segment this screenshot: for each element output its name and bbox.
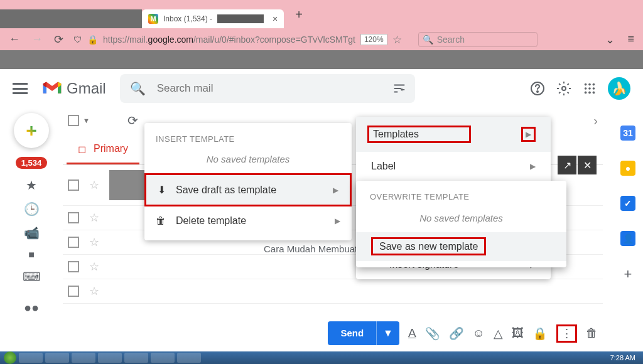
start-button[interactable] <box>4 351 16 364</box>
save-draft-as-template-item[interactable]: ⬇ Save draft as template ▶ <box>144 173 352 206</box>
star-icon[interactable]: ☆ <box>89 284 99 298</box>
snoozed-icon[interactable]: 🕒 <box>24 201 40 217</box>
older-icon[interactable]: › <box>593 114 598 128</box>
svg-point-4 <box>588 83 591 86</box>
url-text[interactable]: https://mail.google.com/mail/u/0/#inbox?… <box>103 35 355 45</box>
inbox-count-badge[interactable]: 1,534 <box>16 157 48 169</box>
tasks-addon-icon[interactable]: ✓ <box>620 196 635 211</box>
starred-icon[interactable]: ★ <box>26 178 37 193</box>
tab-close-icon[interactable]: × <box>273 14 278 24</box>
taskbar-item[interactable] <box>98 353 122 363</box>
gmail-logo-icon <box>41 80 63 97</box>
taskbar-item[interactable] <box>45 353 69 363</box>
mail-row[interactable]: ☆ <box>63 279 603 304</box>
attach-icon[interactable]: 📎 <box>425 326 440 341</box>
compose-close-icon[interactable]: ✕ <box>578 156 597 174</box>
compose-toolbar: Send ▼ A 📎 🔗 ☺ △ 🖼 🔒 ⋮ 🗑 <box>328 321 598 345</box>
tab-primary-label: Primary <box>94 143 128 155</box>
save-as-new-template-item[interactable]: Save as new template <box>356 232 566 261</box>
delete-template-item[interactable]: 🗑 Delete template ▶ <box>144 206 352 235</box>
send-button[interactable]: Send <box>328 321 376 345</box>
taskbar-item[interactable] <box>151 353 175 363</box>
taskbar-item[interactable] <box>177 353 201 363</box>
browser-tab-active[interactable]: M Inbox (1,534) - × <box>142 9 284 28</box>
send-options-dropdown[interactable]: ▼ <box>376 321 399 345</box>
compose-window-controls: ↗ ✕ <box>558 156 597 174</box>
delete-template-label: Delete template <box>176 215 246 227</box>
zoom-level[interactable]: 120% <box>360 34 387 45</box>
svg-point-8 <box>593 87 595 90</box>
support-icon[interactable] <box>530 81 545 96</box>
keep-addon-icon[interactable]: ● <box>620 161 635 176</box>
browser-tab-bar: M Inbox (1,534) - × + <box>0 0 643 29</box>
save-draft-label: Save draft as template <box>176 185 276 196</box>
get-addons-icon[interactable]: + <box>624 266 632 282</box>
calendar-addon-icon[interactable]: 31 <box>620 126 635 141</box>
format-icon[interactable]: A <box>408 326 416 340</box>
search-input[interactable] <box>157 82 405 95</box>
main-menu-icon[interactable] <box>13 83 28 94</box>
compose-button[interactable]: + <box>14 113 49 148</box>
emoji-icon[interactable]: ☺ <box>473 326 485 340</box>
taskbar-item[interactable] <box>124 353 148 363</box>
templates-label: Templates <box>367 126 471 143</box>
more-icon[interactable]: ●● <box>24 301 39 315</box>
new-tab-button[interactable]: + <box>295 8 303 22</box>
row-checkbox[interactable] <box>68 286 79 297</box>
svg-point-7 <box>588 87 591 90</box>
account-avatar[interactable]: 🍌 <box>608 77 630 100</box>
select-all-checkbox[interactable] <box>68 115 79 126</box>
keyboard-icon[interactable]: ⌨ <box>23 269 41 284</box>
compose-popout-icon[interactable]: ↗ <box>558 156 576 174</box>
gmail-search-box[interactable]: 🔍 <box>120 74 415 103</box>
star-icon[interactable]: ☆ <box>89 211 99 225</box>
browser-search-field[interactable]: 🔍 Search <box>418 32 538 47</box>
submenu-arrow-icon: ▶ <box>333 186 338 195</box>
svg-point-3 <box>585 83 587 86</box>
gmail-header: Gmail 🔍 🍌 <box>0 69 643 105</box>
no-templates-text: No saved templates <box>356 206 566 232</box>
label-menu-item[interactable]: Label ▶ <box>356 152 551 181</box>
settings-gear-icon[interactable] <box>556 81 571 96</box>
contacts-addon-icon[interactable]: 👤 <box>620 231 635 246</box>
trash-icon: 🗑 <box>156 215 166 227</box>
row-checkbox[interactable] <box>68 237 79 248</box>
gmail-brand-text: Gmail <box>67 80 106 97</box>
star-icon[interactable]: ☆ <box>89 178 99 192</box>
apps-grid-icon[interactable] <box>583 82 597 95</box>
nav-forward-icon[interactable]: → <box>31 33 43 46</box>
drive-icon[interactable]: △ <box>494 326 503 341</box>
discard-draft-icon[interactable]: 🗑 <box>586 326 598 340</box>
nav-back-icon[interactable]: ← <box>9 33 20 46</box>
pocket-icon[interactable]: ⌄ <box>605 33 615 46</box>
taskbar-item[interactable] <box>72 353 95 363</box>
row-checkbox[interactable] <box>68 261 79 272</box>
hangouts-icon[interactable]: ■ <box>28 249 35 260</box>
tab-primary[interactable]: ◻ Primary <box>67 136 139 164</box>
submenu-arrow-icon: ▶ <box>521 127 536 142</box>
bookmark-star-icon[interactable]: ☆ <box>392 33 402 46</box>
photo-icon[interactable]: 🖼 <box>512 326 524 340</box>
taskbar-item[interactable] <box>19 353 43 363</box>
gmail-sidebar: + 1,534 ★ 🕒 📹 ■ ⌨ ●● <box>0 105 63 351</box>
link-icon[interactable]: 🔗 <box>449 326 464 341</box>
app-menu-icon[interactable]: ≡ <box>627 33 634 46</box>
more-options-icon[interactable]: ⋮ <box>556 324 577 343</box>
system-clock[interactable]: 7:28 AM <box>610 354 639 361</box>
row-checkbox[interactable] <box>68 179 79 191</box>
nav-reload-icon[interactable]: ⟳ <box>54 33 63 46</box>
row-checkbox[interactable] <box>68 212 79 223</box>
templates-menu-item[interactable]: Templates ▶ <box>356 117 551 152</box>
label-text: Label <box>371 161 396 172</box>
confidential-icon[interactable]: 🔒 <box>532 326 548 341</box>
select-dropdown-icon[interactable]: ▼ <box>83 117 90 124</box>
browser-url-bar: ← → ⟳ 🛡 🔒 https://mail.google.com/mail/u… <box>0 29 643 50</box>
search-options-icon[interactable] <box>392 82 406 95</box>
shield-icon[interactable]: 🛡 <box>73 35 82 45</box>
save-template-submenu: OVERWRITE TEMPLATE No saved templates Sa… <box>356 181 566 267</box>
star-icon[interactable]: ☆ <box>89 235 99 249</box>
meet-icon[interactable]: 📹 <box>24 225 40 240</box>
star-icon[interactable]: ☆ <box>89 260 99 274</box>
refresh-icon[interactable]: ⟳ <box>127 113 138 128</box>
lock-icon: 🔒 <box>87 35 98 45</box>
